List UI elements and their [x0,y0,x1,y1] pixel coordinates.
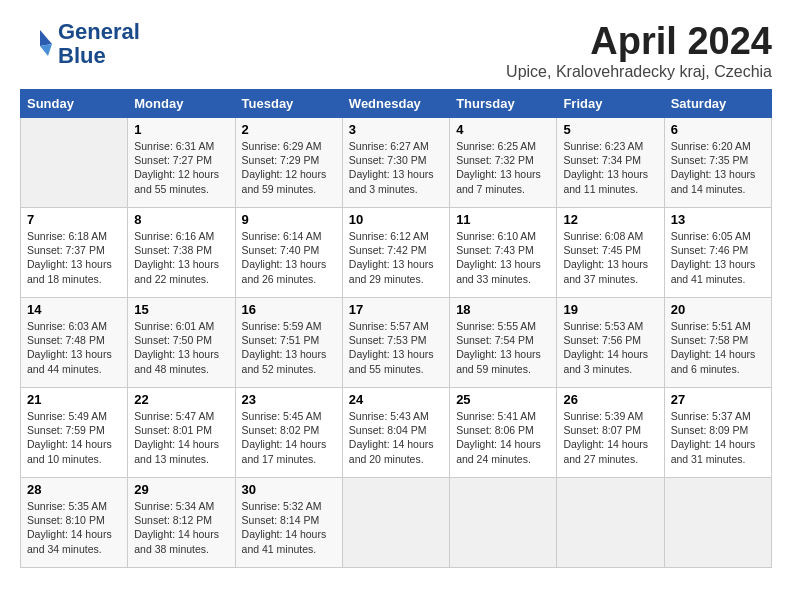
logo: General Blue [20,20,140,68]
cell-content: Sunrise: 5:51 AMSunset: 7:58 PMDaylight:… [671,319,765,376]
calendar-cell: 18Sunrise: 5:55 AMSunset: 7:54 PMDayligh… [450,298,557,388]
calendar-cell: 1Sunrise: 6:31 AMSunset: 7:27 PMDaylight… [128,118,235,208]
calendar-cell [21,118,128,208]
calendar-cell [342,478,449,568]
cell-content: Sunrise: 5:55 AMSunset: 7:54 PMDaylight:… [456,319,550,376]
cell-content: Sunrise: 6:08 AMSunset: 7:45 PMDaylight:… [563,229,657,286]
cell-content: Sunrise: 6:27 AMSunset: 7:30 PMDaylight:… [349,139,443,196]
day-number: 8 [134,212,228,227]
cell-content: Sunrise: 6:12 AMSunset: 7:42 PMDaylight:… [349,229,443,286]
cell-content: Sunrise: 6:23 AMSunset: 7:34 PMDaylight:… [563,139,657,196]
cell-content: Sunrise: 6:20 AMSunset: 7:35 PMDaylight:… [671,139,765,196]
cell-content: Sunrise: 6:14 AMSunset: 7:40 PMDaylight:… [242,229,336,286]
day-number: 19 [563,302,657,317]
calendar-cell: 9Sunrise: 6:14 AMSunset: 7:40 PMDaylight… [235,208,342,298]
calendar-cell: 13Sunrise: 6:05 AMSunset: 7:46 PMDayligh… [664,208,771,298]
calendar-cell: 5Sunrise: 6:23 AMSunset: 7:34 PMDaylight… [557,118,664,208]
calendar-cell: 4Sunrise: 6:25 AMSunset: 7:32 PMDaylight… [450,118,557,208]
cell-content: Sunrise: 6:03 AMSunset: 7:48 PMDaylight:… [27,319,121,376]
day-number: 26 [563,392,657,407]
cell-content: Sunrise: 6:16 AMSunset: 7:38 PMDaylight:… [134,229,228,286]
day-header-sunday: Sunday [21,90,128,118]
cell-content: Sunrise: 5:37 AMSunset: 8:09 PMDaylight:… [671,409,765,466]
cell-content: Sunrise: 6:10 AMSunset: 7:43 PMDaylight:… [456,229,550,286]
day-header-saturday: Saturday [664,90,771,118]
calendar-cell: 29Sunrise: 5:34 AMSunset: 8:12 PMDayligh… [128,478,235,568]
calendar-cell: 8Sunrise: 6:16 AMSunset: 7:38 PMDaylight… [128,208,235,298]
day-number: 12 [563,212,657,227]
calendar-cell: 7Sunrise: 6:18 AMSunset: 7:37 PMDaylight… [21,208,128,298]
calendar-week-row: 14Sunrise: 6:03 AMSunset: 7:48 PMDayligh… [21,298,772,388]
day-number: 27 [671,392,765,407]
day-number: 22 [134,392,228,407]
day-number: 17 [349,302,443,317]
calendar-table: SundayMondayTuesdayWednesdayThursdayFrid… [20,89,772,568]
calendar-cell: 11Sunrise: 6:10 AMSunset: 7:43 PMDayligh… [450,208,557,298]
cell-content: Sunrise: 6:25 AMSunset: 7:32 PMDaylight:… [456,139,550,196]
day-number: 24 [349,392,443,407]
calendar-cell: 23Sunrise: 5:45 AMSunset: 8:02 PMDayligh… [235,388,342,478]
calendar-cell: 22Sunrise: 5:47 AMSunset: 8:01 PMDayligh… [128,388,235,478]
calendar-cell: 20Sunrise: 5:51 AMSunset: 7:58 PMDayligh… [664,298,771,388]
cell-content: Sunrise: 5:57 AMSunset: 7:53 PMDaylight:… [349,319,443,376]
calendar-cell: 25Sunrise: 5:41 AMSunset: 8:06 PMDayligh… [450,388,557,478]
title-area: April 2024 Upice, Kralovehradecky kraj, … [506,20,772,81]
calendar-cell: 27Sunrise: 5:37 AMSunset: 8:09 PMDayligh… [664,388,771,478]
day-number: 18 [456,302,550,317]
day-header-monday: Monday [128,90,235,118]
day-number: 25 [456,392,550,407]
calendar-week-row: 1Sunrise: 6:31 AMSunset: 7:27 PMDaylight… [21,118,772,208]
cell-content: Sunrise: 5:43 AMSunset: 8:04 PMDaylight:… [349,409,443,466]
calendar-header-row: SundayMondayTuesdayWednesdayThursdayFrid… [21,90,772,118]
cell-content: Sunrise: 6:31 AMSunset: 7:27 PMDaylight:… [134,139,228,196]
day-number: 11 [456,212,550,227]
day-number: 30 [242,482,336,497]
calendar-cell: 2Sunrise: 6:29 AMSunset: 7:29 PMDaylight… [235,118,342,208]
cell-content: Sunrise: 5:34 AMSunset: 8:12 PMDaylight:… [134,499,228,556]
day-number: 16 [242,302,336,317]
day-number: 7 [27,212,121,227]
calendar-cell: 3Sunrise: 6:27 AMSunset: 7:30 PMDaylight… [342,118,449,208]
day-number: 23 [242,392,336,407]
day-number: 9 [242,212,336,227]
calendar-cell: 17Sunrise: 5:57 AMSunset: 7:53 PMDayligh… [342,298,449,388]
calendar-cell: 10Sunrise: 6:12 AMSunset: 7:42 PMDayligh… [342,208,449,298]
day-number: 3 [349,122,443,137]
calendar-cell: 28Sunrise: 5:35 AMSunset: 8:10 PMDayligh… [21,478,128,568]
logo-text: General Blue [58,20,140,68]
day-number: 29 [134,482,228,497]
cell-content: Sunrise: 6:29 AMSunset: 7:29 PMDaylight:… [242,139,336,196]
day-number: 4 [456,122,550,137]
day-number: 21 [27,392,121,407]
calendar-week-row: 7Sunrise: 6:18 AMSunset: 7:37 PMDaylight… [21,208,772,298]
cell-content: Sunrise: 6:01 AMSunset: 7:50 PMDaylight:… [134,319,228,376]
day-number: 2 [242,122,336,137]
calendar-cell [450,478,557,568]
day-header-wednesday: Wednesday [342,90,449,118]
day-number: 10 [349,212,443,227]
calendar-week-row: 28Sunrise: 5:35 AMSunset: 8:10 PMDayligh… [21,478,772,568]
day-number: 5 [563,122,657,137]
day-number: 1 [134,122,228,137]
day-number: 14 [27,302,121,317]
day-header-friday: Friday [557,90,664,118]
cell-content: Sunrise: 5:35 AMSunset: 8:10 PMDaylight:… [27,499,121,556]
calendar-cell [664,478,771,568]
month-title: April 2024 [506,20,772,63]
calendar-cell: 12Sunrise: 6:08 AMSunset: 7:45 PMDayligh… [557,208,664,298]
cell-content: Sunrise: 5:39 AMSunset: 8:07 PMDaylight:… [563,409,657,466]
day-number: 6 [671,122,765,137]
day-number: 28 [27,482,121,497]
calendar-cell: 15Sunrise: 6:01 AMSunset: 7:50 PMDayligh… [128,298,235,388]
calendar-cell: 21Sunrise: 5:49 AMSunset: 7:59 PMDayligh… [21,388,128,478]
day-number: 15 [134,302,228,317]
cell-content: Sunrise: 5:49 AMSunset: 7:59 PMDaylight:… [27,409,121,466]
location: Upice, Kralovehradecky kraj, Czechia [506,63,772,81]
cell-content: Sunrise: 5:45 AMSunset: 8:02 PMDaylight:… [242,409,336,466]
calendar-cell: 6Sunrise: 6:20 AMSunset: 7:35 PMDaylight… [664,118,771,208]
calendar-cell: 26Sunrise: 5:39 AMSunset: 8:07 PMDayligh… [557,388,664,478]
calendar-cell: 24Sunrise: 5:43 AMSunset: 8:04 PMDayligh… [342,388,449,478]
logo-icon [20,26,56,62]
calendar-cell: 30Sunrise: 5:32 AMSunset: 8:14 PMDayligh… [235,478,342,568]
day-number: 13 [671,212,765,227]
